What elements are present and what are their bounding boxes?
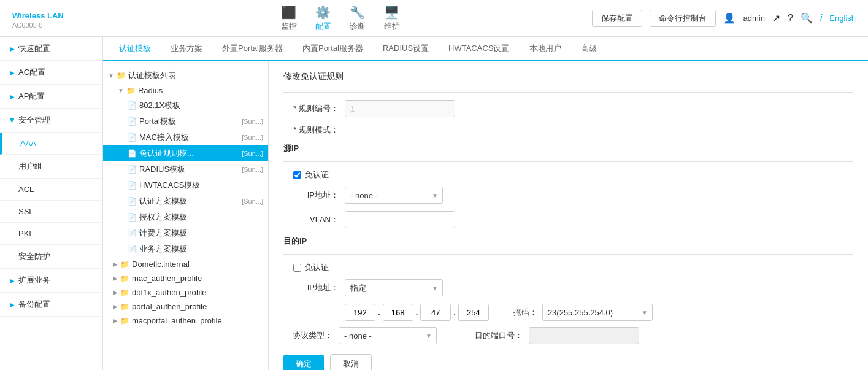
- confirm-button[interactable]: 确定: [283, 355, 324, 370]
- folder-icon: 📁: [126, 87, 136, 95]
- dst-free-auth-checkbox[interactable]: [293, 264, 301, 272]
- tree-node-portal[interactable]: 📄 Portal模板 [Sun...]: [103, 114, 268, 129]
- sidebar-item-pki[interactable]: PKI: [0, 223, 102, 245]
- tree-node-macportal-authen[interactable]: ▶ 📁 macportal_authen_profile: [103, 314, 268, 328]
- tree-node-radius[interactable]: ▼ 📁 Radius: [103, 83, 268, 98]
- mask-select[interactable]: 23(255.255.254.0) 24(255.255.255.0) 16(2…: [542, 304, 653, 321]
- tree-node-hwtacacs-tpl-label: HWTACACS模板: [139, 180, 263, 191]
- arrow-icon: ▶: [10, 301, 15, 308]
- proto-row: 协议类型： - none - TCP UDP ▼ 目的端口号：: [283, 327, 853, 344]
- search-icon[interactable]: 🔍: [801, 12, 813, 24]
- src-ip-select[interactable]: - none - 指定: [345, 187, 443, 204]
- tree-node-dot1x-authen-label: dot1x_authen_profile: [132, 288, 263, 297]
- file-icon: 📄: [128, 165, 137, 174]
- tree-node-auth-scheme[interactable]: 📄 认证方案模板 [Sun...]: [103, 193, 268, 209]
- tree-node-macportal-authen-label: macportal_authen_profile: [132, 316, 263, 325]
- ip-octet-4[interactable]: [458, 304, 489, 321]
- divider: [283, 92, 853, 93]
- tab-hwtacacs[interactable]: HWTACACS设置: [439, 37, 519, 61]
- ip-octet-3[interactable]: [420, 304, 451, 321]
- sidebar-label-acl: ACL: [18, 185, 93, 194]
- sidebar-item-backup[interactable]: ▶ 备份配置: [0, 293, 102, 317]
- src-vlan-row: VLAN：: [283, 211, 853, 228]
- proto-select[interactable]: - none - TCP UDP: [339, 327, 437, 344]
- tab-local-user[interactable]: 本地用户: [520, 37, 571, 61]
- sidebar-item-ac[interactable]: ▶ AC配置: [0, 61, 102, 85]
- tree-node-dot1x-label: 802.1X模板: [139, 100, 263, 111]
- tree-node-mac-authen[interactable]: ▶ 📁 mac_authen_profile: [103, 271, 268, 285]
- sidebar-item-security[interactable]: ▶ 安全管理: [0, 109, 102, 133]
- nav-diagnose[interactable]: 🔧 诊断: [350, 5, 366, 32]
- nav-monitor-label: 监控: [281, 21, 297, 32]
- tree-node-portal-label: Portal模板: [139, 116, 239, 127]
- arrow-icon: ▶: [10, 93, 15, 100]
- save-config-button[interactable]: 保存配置: [592, 10, 642, 27]
- tab-inner-portal[interactable]: 内置Portal服务器: [293, 37, 373, 61]
- tree-node-portal-authen[interactable]: ▶ 📁 portal_authen_profile: [103, 299, 268, 314]
- proto-label: 协议类型：: [283, 330, 332, 341]
- tab-auth-template[interactable]: 认证模板: [109, 37, 161, 61]
- tree-node-free-auth[interactable]: 📄 免认证规则模... [Sun...]: [103, 145, 268, 161]
- tree-root-label: 认证模板列表: [128, 70, 263, 81]
- sidebar-label-security: 安全管理: [18, 115, 93, 126]
- dst-ip-value-row: . . . 掩码： 23(255.255.254.0) 24(255.255.2…: [345, 304, 853, 321]
- header: Wireless LAN AC6005-8 ⬛ 监控 ⚙️ 配置 🔧 诊断 🖥️…: [0, 0, 868, 37]
- tree-node-service-tpl[interactable]: 📄 业务方案模板: [103, 241, 268, 257]
- tree-node-account-tpl[interactable]: 📄 计费方案模板: [103, 225, 268, 241]
- tree-node-auth-plan[interactable]: 📄 授权方案模板: [103, 209, 268, 225]
- tree-node-account-tpl-label: 计费方案模板: [139, 228, 263, 239]
- tree-node-dometic[interactable]: ▶ 📁 Dometic.internal: [103, 257, 268, 271]
- src-vlan-input[interactable]: [345, 211, 455, 228]
- diagnose-icon: 🔧: [350, 5, 365, 20]
- sidebar-label-aaa: AAA: [20, 139, 93, 148]
- sidebar-label-backup: 备份配置: [18, 299, 93, 310]
- admin-name: admin: [743, 13, 764, 23]
- src-free-auth-checkbox[interactable]: [293, 171, 301, 179]
- info-icon[interactable]: i: [820, 13, 823, 24]
- tree-node-dot1x[interactable]: 📄 802.1X模板: [103, 98, 268, 114]
- content: 认证模板 业务方案 外置Portal服务器 内置Portal服务器 RADIUS…: [103, 37, 868, 370]
- tree-node-dometic-label: Dometic.internal: [132, 260, 263, 269]
- sidebar-item-extend[interactable]: ▶ 扩展业务: [0, 269, 102, 293]
- file-icon: 📄: [128, 213, 137, 222]
- help-icon[interactable]: ?: [788, 13, 793, 24]
- sidebar-item-ssl[interactable]: SSL: [0, 201, 102, 223]
- language-button[interactable]: English: [829, 13, 856, 23]
- dst-ip-select[interactable]: 指定 - none -: [345, 279, 443, 296]
- cancel-button[interactable]: 取消: [330, 354, 372, 370]
- tab-service-plan[interactable]: 业务方案: [161, 37, 212, 61]
- tab-ext-portal[interactable]: 外置Portal服务器: [212, 37, 293, 61]
- tree-node-dot1x-authen[interactable]: ▶ 📁 dot1x_authen_profile: [103, 285, 268, 299]
- nav-monitor[interactable]: ⬛ 监控: [281, 5, 297, 32]
- tree-node-hwtacacs-tpl[interactable]: 📄 HWTACACS模板: [103, 177, 268, 193]
- rule-mode-row: * 规则模式：: [283, 125, 853, 136]
- content-inner: ▼ 📁 认证模板列表 ▼ 📁 Radius 📄 802.1X模板: [103, 61, 868, 370]
- dst-port-input[interactable]: [529, 327, 639, 344]
- tab-advanced[interactable]: 高级: [571, 37, 607, 61]
- tree-root[interactable]: ▼ 📁 认证模板列表: [103, 67, 268, 83]
- tab-radius[interactable]: RADIUS设置: [373, 37, 439, 61]
- cmd-console-button[interactable]: 命令行控制台: [650, 10, 716, 27]
- file-icon: 📄: [128, 101, 137, 110]
- sidebar-item-acl[interactable]: ACL: [0, 179, 102, 201]
- sidebar-item-usergroup[interactable]: 用户组: [0, 155, 102, 179]
- file-icon: 📄: [128, 117, 137, 126]
- logo: Wireless LAN AC6005-8: [12, 7, 64, 29]
- tree-node-radius-tpl[interactable]: 📄 RADIUS模板 [Sun...]: [103, 161, 268, 177]
- rule-number-input[interactable]: [345, 100, 455, 117]
- tree-node-mac[interactable]: 📄 MAC接入模板 [Sun...]: [103, 129, 268, 145]
- ip-octet-1[interactable]: [345, 304, 375, 321]
- nav-maintain[interactable]: 🖥️ 维护: [384, 5, 400, 32]
- ip-octet-2[interactable]: [383, 304, 413, 321]
- sidebar-item-secprotect[interactable]: 安全防护: [0, 245, 102, 269]
- src-ip-label: IP地址：: [283, 190, 339, 201]
- tree-node-mac-authen-label: mac_authen_profile: [132, 274, 263, 283]
- tree-panel: ▼ 📁 认证模板列表 ▼ 📁 Radius 📄 802.1X模板: [103, 61, 269, 370]
- form-panel: 修改免认证规则 * 规则编号： * 规则模式： 源IP 免认证: [269, 61, 868, 370]
- sidebar-item-quick[interactable]: ▶ 快速配置: [0, 37, 102, 61]
- nav-config[interactable]: ⚙️ 配置: [315, 5, 331, 32]
- logout-icon[interactable]: ↗: [772, 12, 780, 24]
- sidebar-item-ap[interactable]: ▶ AP配置: [0, 85, 102, 109]
- divider: [283, 161, 853, 162]
- sidebar-item-aaa[interactable]: AAA: [0, 133, 102, 155]
